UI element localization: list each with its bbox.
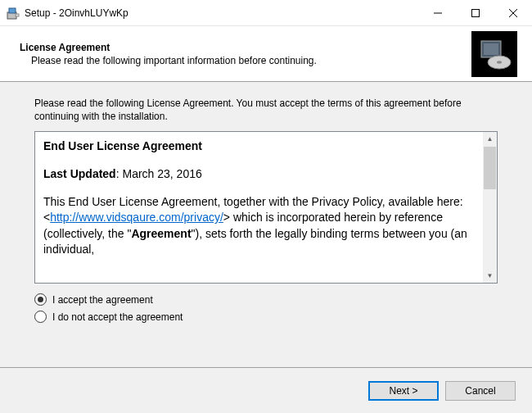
wizard-footer: Next > Cancel <box>0 367 532 413</box>
scroll-down-icon[interactable]: ▼ <box>483 269 497 283</box>
decline-radio[interactable]: I do not accept the agreement <box>34 311 498 323</box>
svg-rect-2 <box>16 14 19 16</box>
accept-label: I accept the agreement <box>52 294 153 306</box>
svg-rect-1 <box>9 8 16 13</box>
accept-radio[interactable]: I accept the agreement <box>34 293 498 306</box>
installer-icon <box>7 7 20 20</box>
license-textbox[interactable]: End User License Agreement Last Updated:… <box>34 131 498 284</box>
eula-body: This End User License Agreement, togethe… <box>43 194 476 258</box>
page-subtitle: Please read the following important info… <box>20 55 471 66</box>
window-controls <box>419 1 532 25</box>
close-button[interactable] <box>494 1 532 25</box>
page-title: License Agreement <box>20 42 471 53</box>
minimize-button[interactable] <box>419 1 457 25</box>
eula-heading: End User License Agreement <box>43 138 476 155</box>
scroll-thumb[interactable] <box>484 147 496 189</box>
privacy-link[interactable]: http://www.vidsqaure.com/privacy/ <box>50 211 223 224</box>
svg-point-10 <box>497 61 502 63</box>
window-title: Setup - 2OinvhLUYwKp <box>25 7 128 19</box>
maximize-button[interactable] <box>457 1 494 25</box>
instruction-text: Please read the following License Agreem… <box>34 97 498 123</box>
wizard-body: Please read the following License Agreem… <box>0 82 532 367</box>
svg-rect-8 <box>484 43 498 55</box>
eula-updated: Last Updated: March 23, 2016 <box>43 166 476 183</box>
scroll-up-icon[interactable]: ▲ <box>483 132 497 146</box>
titlebar: Setup - 2OinvhLUYwKp <box>0 0 532 26</box>
decline-label: I do not accept the agreement <box>52 311 183 323</box>
next-button[interactable]: Next > <box>368 381 439 401</box>
wizard-header: License Agreement Please read the follow… <box>0 26 532 82</box>
setup-disc-icon <box>471 31 517 77</box>
cancel-button[interactable]: Cancel <box>445 381 516 401</box>
svg-rect-4 <box>472 9 480 16</box>
radio-icon <box>34 293 47 306</box>
radio-icon <box>34 311 47 323</box>
radio-group: I accept the agreement I do not accept t… <box>34 293 498 323</box>
scrollbar[interactable]: ▲ ▼ <box>483 132 497 283</box>
